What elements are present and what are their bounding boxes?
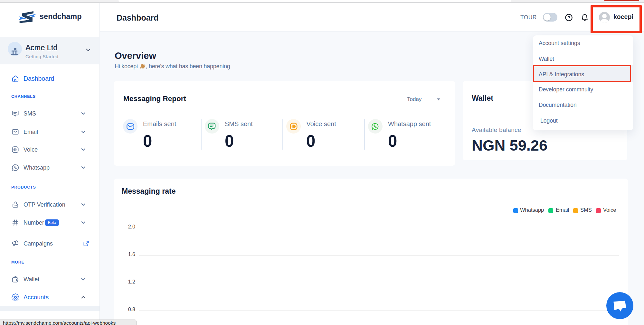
svg-text:?: ? xyxy=(567,15,570,20)
